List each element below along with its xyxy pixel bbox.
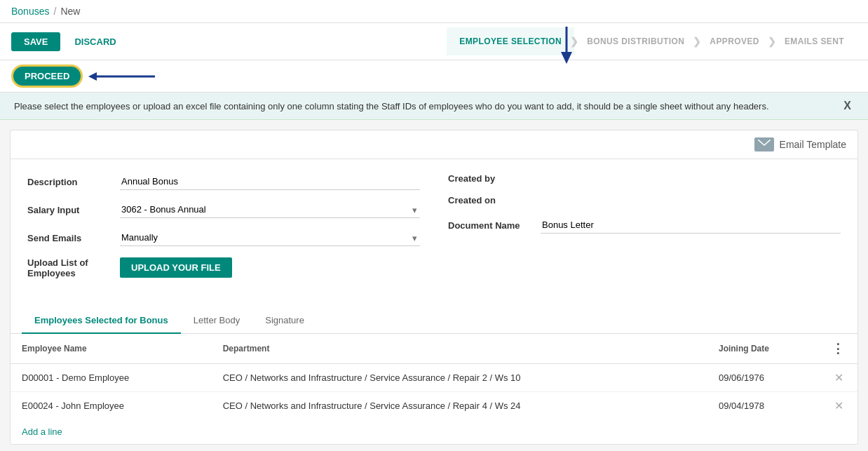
- upload-label: Upload List of Employees: [27, 257, 111, 278]
- employees-table: Employee Name Department Joining Date ⋮ …: [11, 334, 857, 419]
- delete-cell: ✕: [820, 364, 857, 392]
- main-card: Email Template Description Salary Input …: [10, 130, 858, 445]
- banner-close[interactable]: X: [841, 100, 854, 112]
- tab-signature[interactable]: Signature: [252, 308, 317, 334]
- col-actions: ⋮: [820, 334, 857, 364]
- department-cell: CEO / Networks and Infrastructure / Serv…: [212, 364, 707, 392]
- email-template-button[interactable]: Email Template: [754, 137, 846, 152]
- tab-letter-body[interactable]: Letter Body: [181, 308, 253, 334]
- document-name-row: Document Name: [448, 217, 841, 234]
- breadcrumb-parent[interactable]: Bonuses: [11, 6, 49, 17]
- created-by-label: Created by: [448, 173, 532, 184]
- more-options-icon[interactable]: ⋮: [832, 342, 844, 356]
- progress-steps: EMPLOYEE SELECTION BONUS DISTRIBUTION AP…: [447, 27, 857, 55]
- discard-button[interactable]: DISCARD: [67, 32, 123, 51]
- left-arrow-annotation: [88, 69, 158, 83]
- form-left: Description Salary Input 3062 - Bonus An…: [27, 173, 420, 290]
- joining-date-cell: 09/06/1976: [707, 364, 820, 392]
- created-on-label: Created on: [448, 195, 532, 206]
- salary-input-select[interactable]: 3062 - Bonus Annual 3061 - Bonus Monthly: [120, 201, 420, 217]
- proceed-row: PROCEED: [0, 60, 868, 93]
- proceed-area: PROCEED: [11, 65, 158, 88]
- proceed-button[interactable]: PROCEED: [11, 65, 83, 88]
- employee-name-cell: E00024 - John Employee: [11, 392, 212, 420]
- form-right: Created by Created on Document Name: [448, 173, 841, 290]
- salary-select-wrapper: 3062 - Bonus Annual 3061 - Bonus Monthly…: [120, 201, 420, 218]
- step-emails-sent[interactable]: EMAILS SENT: [772, 27, 857, 55]
- department-cell: CEO / Networks and Infrastructure / Serv…: [212, 392, 707, 420]
- col-department: Department: [212, 334, 707, 364]
- description-label: Description: [27, 177, 111, 187]
- description-input[interactable]: [120, 173, 420, 190]
- send-emails-row: Send Emails Manually Automatically ▾: [27, 229, 420, 246]
- upload-button[interactable]: UPLOAD YOUR FILE: [120, 257, 232, 278]
- document-name-input[interactable]: [541, 217, 841, 234]
- col-employee-name: Employee Name: [11, 334, 212, 364]
- add-line-link[interactable]: Add a line: [11, 419, 74, 444]
- breadcrumb-bar: Bonuses / New: [0, 0, 868, 23]
- delete-row-button[interactable]: ✕: [832, 371, 846, 384]
- created-on-row: Created on: [448, 195, 841, 206]
- email-template-label: Email Template: [780, 139, 846, 150]
- breadcrumb-current: New: [60, 6, 80, 17]
- salary-input-row: Salary Input 3062 - Bonus Annual 3061 - …: [27, 201, 420, 218]
- card-header: Email Template: [11, 130, 857, 159]
- action-buttons: SAVE DISCARD: [11, 32, 123, 51]
- table-row: D00001 - Demo Employee CEO / Networks an…: [11, 364, 857, 392]
- created-by-row: Created by: [448, 173, 841, 184]
- step-approved[interactable]: APPROVED: [697, 27, 772, 55]
- form-section: Description Salary Input 3062 - Bonus An…: [11, 159, 857, 304]
- document-name-label: Document Name: [448, 220, 532, 231]
- tab-employees-selected[interactable]: Employees Selected for Bonus: [22, 308, 181, 334]
- delete-row-button[interactable]: ✕: [832, 399, 846, 412]
- info-banner: Please select the employees or upload an…: [0, 93, 868, 120]
- joining-date-cell: 09/04/1978: [707, 392, 820, 420]
- salary-input-label: Salary Input: [27, 205, 111, 215]
- table-header-row: Employee Name Department Joining Date ⋮: [11, 334, 857, 364]
- svg-marker-3: [88, 72, 97, 81]
- send-emails-label: Send Emails: [27, 233, 111, 243]
- top-bar: SAVE DISCARD EMPLOYEE SELECTION BONUS DI…: [0, 23, 868, 60]
- upload-row: Upload List of Employees UPLOAD YOUR FIL…: [27, 257, 420, 278]
- description-row: Description: [27, 173, 420, 190]
- step-bonus-distribution[interactable]: BONUS DISTRIBUTION: [574, 27, 697, 55]
- delete-cell: ✕: [820, 392, 857, 420]
- breadcrumb-separator: /: [53, 6, 56, 17]
- send-emails-select-wrapper: Manually Automatically ▾: [120, 229, 420, 246]
- banner-text: Please select the employees or upload an…: [14, 101, 769, 112]
- send-emails-select[interactable]: Manually Automatically: [120, 229, 420, 245]
- table-row: E00024 - John Employee CEO / Networks an…: [11, 392, 857, 420]
- employee-name-cell: D00001 - Demo Employee: [11, 364, 212, 392]
- step-employee-selection[interactable]: EMPLOYEE SELECTION: [447, 27, 574, 55]
- email-icon: [754, 137, 774, 152]
- tabs-row: Employees Selected for Bonus Letter Body…: [11, 308, 857, 334]
- col-joining-date: Joining Date: [707, 334, 820, 364]
- save-button[interactable]: SAVE: [11, 32, 60, 51]
